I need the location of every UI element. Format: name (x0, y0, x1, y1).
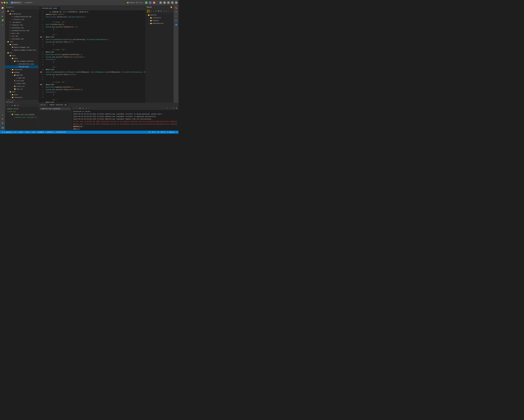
maven-collapse-btn[interactable]: ↕ (168, 10, 170, 12)
status-indent[interactable]: 4 spaces (167, 131, 175, 133)
services-more-btn[interactable]: ⋯ (19, 104, 21, 107)
terminal-btn-stop[interactable]: ⏹ (79, 107, 81, 109)
tree-item[interactable]: </>misc.xml (5, 32, 38, 35)
sidebar-icon-people[interactable]: 👥 (0, 126, 4, 129)
right-icon-settings[interactable]: ⚙ (174, 18, 178, 22)
status-expand[interactable]: ⤢ (176, 131, 177, 133)
right-icon-maven[interactable]: M (174, 10, 178, 14)
status-warnings[interactable]: ⚠ 0 (148, 131, 150, 133)
tree-item[interactable]: ☕HelloServlet.java (5, 63, 38, 66)
tree-item[interactable]: ▾📁java (5, 93, 38, 96)
traffic-light-green[interactable] (6, 2, 8, 3)
tree-item[interactable]: </>workspace.xml (5, 38, 38, 40)
maven-add-btn[interactable]: + (153, 10, 155, 12)
run-button[interactable]: ▶ (145, 1, 147, 4)
search-button[interactable]: 🔍 (167, 1, 170, 4)
tree-item[interactable]: ▾📁WEB-INF (5, 74, 38, 76)
stop-button[interactable]: ⏹ (153, 1, 155, 4)
maven-tree-item[interactable]: ▾📁WebTest (146, 14, 174, 17)
maven-warning-badge[interactable]: ⚠ 3 (147, 9, 150, 13)
tree-item[interactable]: ▾📁com.example.webtest (5, 60, 38, 63)
sidebar-icon-db[interactable]: 🗄 (0, 121, 4, 125)
traffic-light-yellow[interactable] (4, 2, 5, 3)
traffic-light-red[interactable] (1, 2, 3, 3)
tree-item[interactable]: </>codeStyleConfig.xml (5, 15, 38, 18)
services-debug-btn[interactable]: 🐞 (17, 104, 19, 107)
tree-item[interactable]: 🎨style.css (5, 85, 38, 88)
tree-item[interactable]: ▾📁.idea (5, 10, 38, 13)
tree-item[interactable]: </>web.xml (5, 76, 38, 79)
war-item[interactable]: ✔ WebTest:war exploded (40, 107, 71, 110)
tree-item[interactable]: ▾📁target (5, 99, 38, 100)
project-selector[interactable]: W WebTest ▾ (10, 1, 23, 4)
maven-skip-btn[interactable]: ⏭ (160, 10, 162, 12)
maven-tree-item[interactable]: ▾📁Plugins (146, 19, 174, 22)
tree-item[interactable]: 🖼icon.png (5, 79, 38, 82)
terminal-scroll-down[interactable]: ↓ (163, 107, 165, 109)
services-remove-btn[interactable]: − (9, 104, 11, 107)
maven-refresh-btn[interactable]: ↺ (150, 10, 152, 12)
terminal-filter-btn[interactable]: ⚡ (169, 107, 172, 109)
maven-settings-btn[interactable]: ⚙ (165, 10, 167, 12)
tree-item[interactable]: ▾📁resources (5, 96, 38, 99)
maven-more-btn[interactable]: ⋮ (170, 10, 172, 12)
terminal-output[interactable]: Connected to server[2024-05-03 03:29:50,… (72, 110, 178, 131)
services-tree-item[interactable]: ✔ WebTest:war exploded [Synchronized] (5, 116, 38, 119)
status-encoding[interactable]: UTF-8 (161, 131, 165, 133)
maven-notification-btn[interactable]: 🔔 (170, 6, 172, 8)
terminal-wrap-btn[interactable]: ≡ (166, 107, 168, 109)
tree-item[interactable]: </>vcs.xml (5, 35, 38, 38)
close-icon[interactable]: ✕ (58, 7, 59, 9)
tree-item[interactable]: 🚫.gitignore (5, 21, 38, 24)
terminal-btn-refresh[interactable]: ↻ (76, 107, 78, 109)
services-tree-item[interactable]: ▾Tomcat Server (5, 108, 38, 110)
right-icon-people[interactable]: 👥 (174, 23, 178, 26)
maven-tree-item[interactable]: ▾📁Lifecycle (146, 17, 174, 19)
right-icon-notifications2[interactable]: ● (174, 14, 178, 18)
tree-item[interactable]: ▾📁codeStyles (5, 13, 38, 15)
sidebar-icon-folder[interactable]: 📁 (0, 6, 4, 10)
terminal-btn-clear[interactable]: ↺ (85, 107, 87, 109)
maven-cancel-btn[interactable]: ✕ (163, 10, 165, 12)
terminal-btn-more[interactable]: ⋯ (88, 107, 90, 109)
sidebar-icon-notifications[interactable]: ● (0, 113, 4, 117)
services-tree-item[interactable]: ▾🐱 Tomcat 10.1.23 [local] (5, 113, 38, 116)
tree-item[interactable]: ▾📁java (5, 57, 38, 60)
tab-tomcat-log[interactable]: Tomcat Catalina Log (48, 103, 68, 107)
tomcat-selector[interactable]: 🐱 Tomcat 10.1.23 ▾ (127, 2, 144, 4)
tree-item[interactable]: ▾📁.mvn (5, 40, 38, 43)
tree-item[interactable]: ☕TestServlet (5, 66, 38, 68)
tree-item[interactable]: </>compiler.xml (5, 24, 38, 26)
services-tree-item[interactable]: ▶Running (5, 110, 38, 113)
terminal-trash-btn[interactable]: 🗑 (175, 107, 178, 109)
tree-item[interactable]: </>index.html (5, 82, 38, 85)
sidebar-icon-plugins[interactable]: 🧩 (0, 18, 4, 22)
services-add-btn[interactable]: + (6, 104, 8, 107)
help-button[interactable]: ? (171, 1, 174, 4)
tree-item[interactable]: ▾📁resources (5, 68, 38, 71)
tree-item[interactable]: ⚙maven-wrapper.properties (5, 49, 38, 51)
services-run-btn[interactable]: ▶ (11, 104, 13, 107)
settings-button[interactable]: ⚙ (159, 1, 162, 4)
maven-tree-item[interactable]: ▾📁Dependencies (146, 22, 174, 25)
tree-item[interactable]: 📦maven-wrapper.jar (5, 46, 38, 49)
tree-item[interactable]: ▾📁test (5, 91, 38, 93)
code-content[interactable]: // 让我们来一起，Servlet的子类test，URL是/test， @Web… (45, 10, 146, 103)
services-stop-btn[interactable]: ⏹ (14, 104, 16, 107)
sidebar-icon-more[interactable]: ⋯ (0, 23, 4, 26)
terminal-settings-btn[interactable]: ⚙ (172, 107, 175, 109)
tree-item[interactable]: 📜test.js (5, 88, 38, 91)
tree-item[interactable]: </>encodings.xml (5, 26, 38, 29)
sidebar-icon-run[interactable]: ▶ (0, 14, 4, 18)
terminal-btn-restart[interactable]: ↺ (73, 107, 75, 109)
tree-item[interactable]: </>Project.xml (5, 18, 38, 21)
status-breadcrumb[interactable]: src > main > java > com > example > webt… (14, 131, 66, 133)
notification-button[interactable]: 🔔 (163, 1, 166, 4)
editor-tab-testservlet[interactable]: J TestServlet.java ✕ (39, 6, 60, 10)
tree-item[interactable]: ▾📁webapp (5, 71, 38, 74)
settings2-button[interactable]: ⚙ (175, 1, 177, 4)
status-line-ending[interactable]: LF (157, 131, 159, 133)
status-position[interactable]: 44:1 (152, 131, 156, 133)
tree-item[interactable]: ▾📁wrapper (5, 43, 38, 46)
tree-item[interactable]: ▾📁src (5, 51, 38, 54)
